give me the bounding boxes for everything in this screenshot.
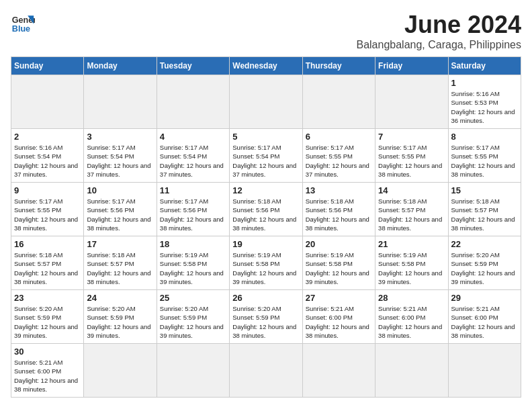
calendar-cell: 10Sunrise: 5:17 AMSunset: 5:56 PMDayligh… [84, 183, 157, 236]
calendar-cell: 3Sunrise: 5:17 AMSunset: 5:54 PMDaylight… [84, 129, 157, 183]
calendar-cell [157, 344, 229, 398]
calendar-cell: 15Sunrise: 5:18 AMSunset: 5:57 PMDayligh… [448, 183, 521, 236]
day-info: Sunrise: 5:20 AMSunset: 5:59 PMDaylight:… [451, 250, 518, 286]
calendar-cell: 2Sunrise: 5:16 AMSunset: 5:54 PMDaylight… [11, 129, 84, 183]
day-info: Sunrise: 5:18 AMSunset: 5:56 PMDaylight:… [306, 197, 372, 232]
calendar-cell: 6Sunrise: 5:17 AMSunset: 5:55 PMDaylight… [302, 129, 375, 183]
calendar-cell [375, 344, 448, 398]
calendar-cell [230, 344, 302, 398]
calendar-cell: 14Sunrise: 5:18 AMSunset: 5:57 PMDayligh… [375, 183, 448, 236]
day-number: 24 [87, 293, 153, 303]
day-info: Sunrise: 5:17 AMSunset: 5:56 PMDaylight:… [87, 197, 153, 232]
day-info: Sunrise: 5:17 AMSunset: 5:54 PMDaylight:… [160, 143, 226, 179]
calendar-week-1: 2Sunrise: 5:16 AMSunset: 5:54 PMDaylight… [11, 129, 521, 183]
day-info: Sunrise: 5:18 AMSunset: 5:57 PMDaylight:… [378, 197, 445, 232]
calendar-week-0: 1Sunrise: 5:16 AMSunset: 5:53 PMDaylight… [11, 75, 521, 129]
calendar-cell: 27Sunrise: 5:21 AMSunset: 6:00 PMDayligh… [302, 290, 375, 344]
day-info: Sunrise: 5:18 AMSunset: 5:57 PMDaylight:… [14, 250, 81, 286]
calendar-cell: 25Sunrise: 5:20 AMSunset: 5:59 PMDayligh… [157, 290, 229, 344]
day-info: Sunrise: 5:18 AMSunset: 5:57 PMDaylight:… [451, 197, 518, 232]
day-info: Sunrise: 5:21 AMSunset: 6:00 PMDaylight:… [14, 358, 81, 394]
day-info: Sunrise: 5:20 AMSunset: 5:59 PMDaylight:… [232, 304, 299, 340]
day-number: 16 [14, 239, 81, 249]
calendar-cell: 7Sunrise: 5:17 AMSunset: 5:55 PMDaylight… [375, 129, 448, 183]
day-number: 14 [378, 185, 445, 195]
calendar-cell: 18Sunrise: 5:19 AMSunset: 5:58 PMDayligh… [157, 236, 229, 290]
calendar-cell: 21Sunrise: 5:19 AMSunset: 5:58 PMDayligh… [375, 236, 448, 290]
day-number: 23 [14, 293, 81, 303]
weekday-header-monday: Monday [84, 57, 157, 75]
day-number: 8 [451, 132, 518, 142]
day-number: 6 [306, 132, 372, 142]
calendar-header: SundayMondayTuesdayWednesdayThursdayFrid… [11, 57, 521, 75]
calendar-cell [302, 75, 375, 129]
calendar-cell: 30Sunrise: 5:21 AMSunset: 6:00 PMDayligh… [11, 344, 84, 398]
day-info: Sunrise: 5:19 AMSunset: 5:58 PMDaylight:… [232, 250, 299, 286]
day-info: Sunrise: 5:20 AMSunset: 5:59 PMDaylight:… [14, 304, 81, 340]
calendar-body: 1Sunrise: 5:16 AMSunset: 5:53 PMDaylight… [11, 75, 521, 398]
calendar-cell: 8Sunrise: 5:17 AMSunset: 5:55 PMDaylight… [448, 129, 521, 183]
day-number: 7 [378, 132, 445, 142]
calendar-cell: 16Sunrise: 5:18 AMSunset: 5:57 PMDayligh… [11, 236, 84, 290]
calendar-cell: 12Sunrise: 5:18 AMSunset: 5:56 PMDayligh… [230, 183, 302, 236]
calendar-cell: 26Sunrise: 5:20 AMSunset: 5:59 PMDayligh… [230, 290, 302, 344]
calendar-week-5: 30Sunrise: 5:21 AMSunset: 6:00 PMDayligh… [11, 344, 521, 398]
day-number: 13 [306, 185, 372, 195]
day-info: Sunrise: 5:17 AMSunset: 5:55 PMDaylight:… [306, 143, 372, 179]
day-number: 2 [14, 132, 81, 142]
day-number: 1 [451, 78, 518, 88]
day-number: 30 [14, 347, 81, 357]
calendar-week-4: 23Sunrise: 5:20 AMSunset: 5:59 PMDayligh… [11, 290, 521, 344]
weekday-header-thursday: Thursday [302, 57, 375, 75]
day-number: 19 [232, 239, 299, 249]
weekday-header-sunday: Sunday [11, 57, 84, 75]
day-info: Sunrise: 5:19 AMSunset: 5:58 PMDaylight:… [378, 250, 445, 286]
calendar-cell: 29Sunrise: 5:21 AMSunset: 6:00 PMDayligh… [448, 290, 521, 344]
day-number: 10 [87, 185, 153, 195]
day-info: Sunrise: 5:20 AMSunset: 5:59 PMDaylight:… [160, 304, 226, 340]
day-number: 29 [451, 293, 518, 303]
calendar-cell [302, 344, 375, 398]
day-number: 15 [451, 185, 518, 195]
day-number: 3 [87, 132, 153, 142]
weekday-header-friday: Friday [375, 57, 448, 75]
weekday-header-tuesday: Tuesday [157, 57, 229, 75]
header: General Blue June 2024 Balangbalang, Car… [11, 11, 521, 51]
day-info: Sunrise: 5:18 AMSunset: 5:56 PMDaylight:… [232, 197, 299, 232]
day-info: Sunrise: 5:17 AMSunset: 5:56 PMDaylight:… [160, 197, 226, 232]
day-info: Sunrise: 5:17 AMSunset: 5:55 PMDaylight:… [14, 197, 81, 232]
calendar-cell [230, 75, 302, 129]
calendar-cell: 5Sunrise: 5:17 AMSunset: 5:54 PMDaylight… [230, 129, 302, 183]
calendar-cell: 23Sunrise: 5:20 AMSunset: 5:59 PMDayligh… [11, 290, 84, 344]
day-number: 21 [378, 239, 445, 249]
calendar-cell: 24Sunrise: 5:20 AMSunset: 5:59 PMDayligh… [84, 290, 157, 344]
calendar-cell [448, 344, 521, 398]
calendar-cell: 11Sunrise: 5:17 AMSunset: 5:56 PMDayligh… [157, 183, 229, 236]
day-number: 20 [306, 239, 372, 249]
day-info: Sunrise: 5:17 AMSunset: 5:54 PMDaylight:… [87, 143, 153, 179]
calendar-cell: 9Sunrise: 5:17 AMSunset: 5:55 PMDaylight… [11, 183, 84, 236]
day-info: Sunrise: 5:16 AMSunset: 5:54 PMDaylight:… [14, 143, 81, 179]
day-number: 25 [160, 293, 226, 303]
calendar-cell: 22Sunrise: 5:20 AMSunset: 5:59 PMDayligh… [448, 236, 521, 290]
day-number: 5 [232, 132, 299, 142]
day-info: Sunrise: 5:21 AMSunset: 6:00 PMDaylight:… [378, 304, 445, 340]
calendar-cell [11, 75, 84, 129]
subtitle: Balangbalang, Caraga, Philippines [356, 39, 521, 51]
day-number: 26 [232, 293, 299, 303]
calendar-cell [157, 75, 229, 129]
day-info: Sunrise: 5:17 AMSunset: 5:55 PMDaylight:… [451, 143, 518, 179]
calendar-cell [84, 344, 157, 398]
day-number: 11 [160, 185, 226, 195]
day-info: Sunrise: 5:17 AMSunset: 5:54 PMDaylight:… [232, 143, 299, 179]
day-info: Sunrise: 5:21 AMSunset: 6:00 PMDaylight:… [451, 304, 518, 340]
calendar-cell: 17Sunrise: 5:18 AMSunset: 5:57 PMDayligh… [84, 236, 157, 290]
day-number: 18 [160, 239, 226, 249]
day-number: 22 [451, 239, 518, 249]
day-number: 17 [87, 239, 153, 249]
logo: General Blue [11, 11, 35, 35]
calendar-cell: 1Sunrise: 5:16 AMSunset: 5:53 PMDaylight… [448, 75, 521, 129]
calendar-week-2: 9Sunrise: 5:17 AMSunset: 5:55 PMDaylight… [11, 183, 521, 236]
calendar-cell [84, 75, 157, 129]
day-info: Sunrise: 5:21 AMSunset: 6:00 PMDaylight:… [306, 304, 372, 340]
